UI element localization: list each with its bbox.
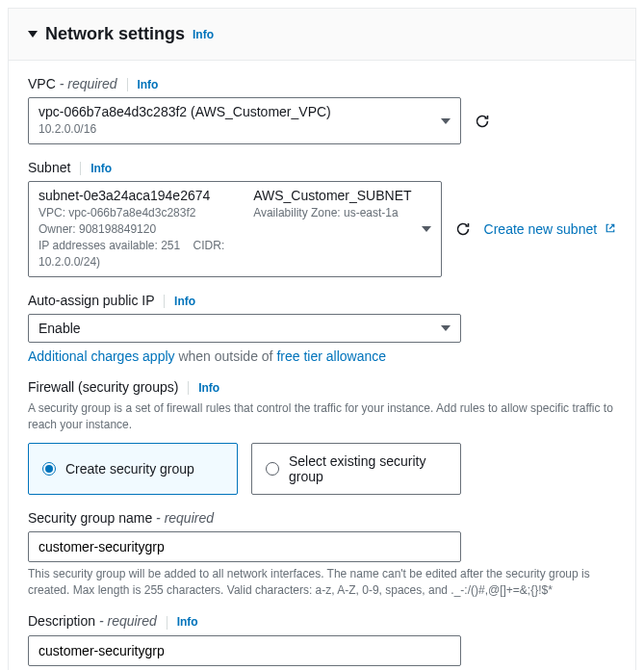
autoip-value: Enable	[39, 321, 81, 336]
vpc-label: VPC	[28, 76, 56, 91]
autoip-info[interactable]: Info	[174, 295, 195, 308]
firewall-info[interactable]: Info	[198, 381, 219, 395]
info-link-header[interactable]: Info	[193, 28, 214, 41]
vpc-value: vpc-066b7a8e4d3c283f2 (AWS_Customer_VPC)	[39, 104, 431, 119]
autoip-label: Auto-assign public IP	[28, 293, 154, 308]
radio-existing-sg[interactable]: Select existing security group	[251, 443, 461, 495]
radio-create-label: Create security group	[65, 461, 194, 477]
subnet-label: Subnet	[28, 160, 70, 175]
subnet-value: subnet-0e3a24aca194e2674	[39, 188, 234, 203]
radio-icon	[42, 462, 56, 476]
subnet-info[interactable]: Info	[90, 162, 112, 175]
sgname-help: This security group will be added to all…	[28, 566, 616, 599]
radio-icon	[266, 462, 279, 476]
subnet-name: AWS_Customer_SUBNET	[253, 188, 411, 203]
subnet-owner: Owner: 908198849120	[39, 222, 156, 236]
autoip-select[interactable]: Enable	[28, 314, 461, 343]
sgdesc-label: Description	[28, 613, 95, 629]
chevron-down-icon	[441, 118, 451, 124]
divider	[164, 295, 165, 308]
sgname-input[interactable]	[28, 531, 461, 562]
subnet-select[interactable]: subnet-0e3a24aca194e2674 VPC: vpc-066b7a…	[28, 181, 442, 276]
subnet-az: Availability Zone: us-east-1a	[253, 205, 411, 221]
sgdesc-input[interactable]	[28, 635, 461, 666]
sgname-label: Security group name	[28, 510, 152, 526]
vpc-cidr: 10.2.0.0/16	[39, 121, 431, 138]
divider	[80, 162, 81, 175]
radio-create-sg[interactable]: Create security group	[28, 443, 238, 495]
create-subnet-link[interactable]: Create new subnet	[484, 221, 616, 237]
divider	[167, 616, 167, 630]
external-link-icon	[605, 222, 616, 234]
autoip-note: Additional charges apply when outside of…	[28, 348, 616, 364]
subnet-ips: IP addresses available: 251	[39, 239, 180, 252]
sgname-required: - required	[156, 510, 214, 526]
freetier-link[interactable]: free tier allowance	[276, 348, 386, 364]
firewall-label: Firewall (security groups)	[28, 379, 178, 395]
divider	[127, 78, 128, 91]
vpc-info[interactable]: Info	[137, 78, 158, 91]
vpc-required: - required	[60, 76, 117, 91]
sgdesc-required: - required	[99, 613, 157, 629]
chevron-down-icon	[441, 325, 451, 331]
chevron-down-icon	[422, 226, 431, 232]
sgdesc-info[interactable]: Info	[177, 615, 198, 629]
radio-existing-label: Select existing security group	[289, 453, 447, 484]
section-title: Network settings	[45, 24, 185, 44]
refresh-icon[interactable]	[455, 221, 471, 237]
vpc-select[interactable]: vpc-066b7a8e4d3c283f2 (AWS_Customer_VPC)…	[28, 97, 461, 144]
collapse-toggle[interactable]	[28, 31, 38, 38]
divider	[188, 381, 189, 395]
refresh-icon[interactable]	[475, 114, 490, 129]
charges-link[interactable]: Additional charges apply	[28, 348, 175, 364]
subnet-vpc: VPC: vpc-066b7a8e4d3c283f2	[39, 206, 195, 219]
firewall-help: A security group is a set of firewall ru…	[28, 400, 616, 433]
